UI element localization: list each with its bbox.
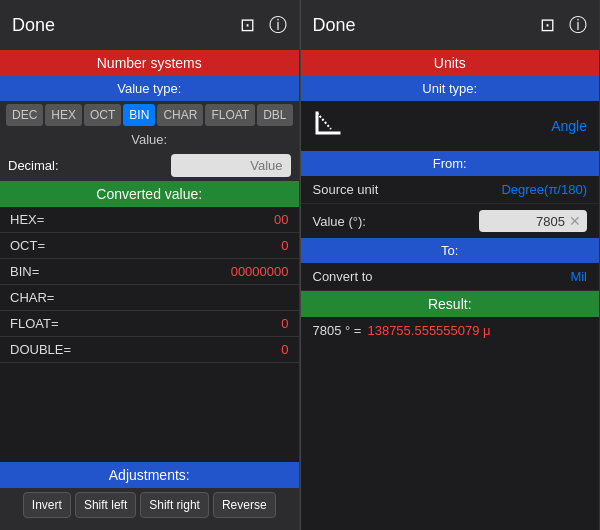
- value-deg-input[interactable]: [485, 214, 565, 229]
- left-header: Done ⊡ ⓘ: [0, 0, 299, 50]
- result-title: Result:: [301, 291, 600, 317]
- type-buttons-row: DEC HEX OCT BIN CHAR FLOAT DBL: [0, 101, 299, 129]
- result-value: 138755.555555079 μ: [367, 323, 490, 338]
- type-btn-float[interactable]: FLOAT: [205, 104, 255, 126]
- value-input-row: Decimal:: [0, 150, 299, 181]
- shift-right-button[interactable]: Shift right: [140, 492, 209, 518]
- adjustments-title: Adjustments:: [0, 462, 299, 488]
- unit-type-row: Angle: [301, 101, 600, 151]
- right-header: Done ⊡ ⓘ: [301, 0, 600, 50]
- table-row: OCT= 0: [0, 233, 299, 259]
- hex-value: 00: [274, 212, 288, 227]
- value-deg-row: Value (°): ✕: [301, 204, 600, 238]
- type-btn-bin[interactable]: BIN: [123, 104, 155, 126]
- type-btn-hex[interactable]: HEX: [45, 104, 82, 126]
- table-row: CHAR=: [0, 285, 299, 311]
- float-value: 0: [281, 316, 288, 331]
- result-row: 7805 ° = 138755.555555079 μ: [313, 323, 588, 338]
- table-row: BIN= 00000000: [0, 259, 299, 285]
- value-type-label: Value type:: [0, 76, 299, 101]
- hex-label: HEX=: [10, 212, 44, 227]
- result-lhs: 7805 ° =: [313, 323, 362, 338]
- left-panel: Done ⊡ ⓘ Number systems Value type: DEC …: [0, 0, 300, 530]
- type-btn-oct[interactable]: OCT: [84, 104, 121, 126]
- type-btn-dec[interactable]: DEC: [6, 104, 43, 126]
- adjustments-section: Adjustments: Invert Shift left Shift rig…: [0, 462, 299, 530]
- source-unit-label: Source unit: [313, 182, 379, 197]
- right-done-button[interactable]: Done: [313, 15, 356, 36]
- type-btn-dbl[interactable]: DBL: [257, 104, 292, 126]
- table-row: HEX= 00: [0, 207, 299, 233]
- float-label: FLOAT=: [10, 316, 59, 331]
- double-value: 0: [281, 342, 288, 357]
- decimal-input[interactable]: [171, 154, 291, 177]
- right-panel: Done ⊡ ⓘ Units Unit type: Angle From: So…: [301, 0, 601, 530]
- value-input-container: ✕: [479, 210, 587, 232]
- angle-icon: [313, 109, 343, 143]
- value-label: Value:: [0, 129, 299, 150]
- right-info-icon[interactable]: ⓘ: [569, 13, 587, 37]
- invert-button[interactable]: Invert: [23, 492, 71, 518]
- oct-value: 0: [281, 238, 288, 253]
- double-label: DOUBLE=: [10, 342, 71, 357]
- left-info-icon[interactable]: ⓘ: [269, 13, 287, 37]
- right-header-icons: ⊡ ⓘ: [540, 13, 587, 37]
- clear-input-button[interactable]: ✕: [569, 213, 581, 229]
- oct-label: OCT=: [10, 238, 45, 253]
- table-row: FLOAT= 0: [0, 311, 299, 337]
- svg-line-0: [317, 113, 331, 129]
- adj-buttons-row: Invert Shift left Shift right Reverse: [0, 488, 299, 522]
- result-section: 7805 ° = 138755.555555079 μ: [301, 317, 600, 344]
- source-unit-row: Source unit Degree(π/180): [301, 176, 600, 204]
- table-row: DOUBLE= 0: [0, 337, 299, 363]
- converted-title: Converted value:: [0, 181, 299, 207]
- right-dots-icon[interactable]: ⊡: [540, 14, 555, 36]
- to-label: To:: [301, 238, 600, 263]
- left-header-icons: ⊡ ⓘ: [240, 13, 287, 37]
- convert-to-row: Convert to Mil: [301, 263, 600, 291]
- source-unit-value[interactable]: Degree(π/180): [501, 182, 587, 197]
- convert-to-label: Convert to: [313, 269, 373, 284]
- bin-value: 00000000: [231, 264, 289, 279]
- number-systems-title: Number systems: [0, 50, 299, 76]
- convert-to-value[interactable]: Mil: [570, 269, 587, 284]
- left-done-button[interactable]: Done: [12, 15, 55, 36]
- converted-section: HEX= 00 OCT= 0 BIN= 00000000 CHAR= FLOAT…: [0, 207, 299, 462]
- type-btn-char[interactable]: CHAR: [157, 104, 203, 126]
- unit-type-label: Unit type:: [301, 76, 600, 101]
- bin-label: BIN=: [10, 264, 39, 279]
- reverse-button[interactable]: Reverse: [213, 492, 276, 518]
- char-label: CHAR=: [10, 290, 54, 305]
- value-deg-label: Value (°):: [313, 214, 366, 229]
- decimal-label: Decimal:: [8, 158, 59, 173]
- shift-left-button[interactable]: Shift left: [75, 492, 136, 518]
- left-dots-icon[interactable]: ⊡: [240, 14, 255, 36]
- units-title: Units: [301, 50, 600, 76]
- from-label: From:: [301, 151, 600, 176]
- angle-link[interactable]: Angle: [551, 118, 587, 134]
